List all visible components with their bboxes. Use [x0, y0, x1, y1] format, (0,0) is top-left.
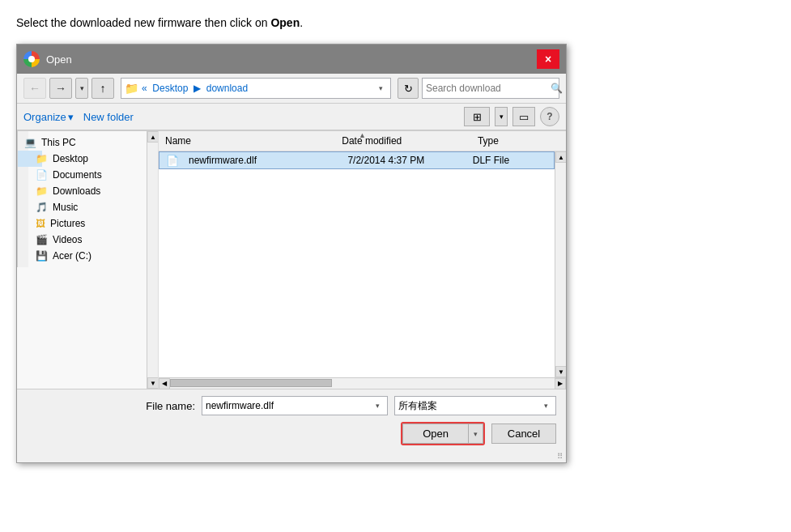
folder-icon: 📄 — [36, 169, 48, 181]
sidebar-item-videos[interactable]: 🎬 Videos — [18, 232, 42, 248]
sidebar-item-acerc[interactable]: 💾 Acer (C:) — [18, 248, 42, 264]
file-list-area: ▲ Name Date modified Type 📄 newfirmware.… — [159, 131, 566, 389]
chrome-icon — [23, 51, 40, 67]
sidebar-scrollbar: 💻 This PC 📁 Desktop 📄 Documents 📁 Downlo… — [17, 131, 28, 267]
dialog-title: Open — [46, 53, 72, 66]
resize-grip: ⠿ — [17, 452, 566, 462]
new-folder-button[interactable]: New folder — [83, 111, 134, 123]
sidebar-item-label: Downloads — [53, 185, 100, 197]
instruction-text: Select the downloaded new firmware then … — [16, 16, 775, 29]
address-bar[interactable]: 📁 « Desktop ▶ download ▾ — [121, 78, 391, 99]
sidebar-item-thispc[interactable]: 💻 This PC — [18, 134, 31, 151]
address-dropdown-arrow[interactable]: ▾ — [374, 79, 387, 98]
filename-input[interactable] — [206, 400, 371, 411]
file-icon: 📄 — [159, 155, 185, 167]
toolbar2-left: Organize ▾ New folder — [23, 111, 134, 123]
folder-icon: 🖼 — [36, 218, 45, 229]
h-scroll-track — [170, 378, 555, 389]
sidebar-item-label: Pictures — [50, 218, 85, 229]
v-scroll-up-arrow[interactable]: ▲ — [555, 151, 566, 163]
col-header-date[interactable]: Date modified — [335, 133, 471, 149]
v-scroll-track — [555, 163, 566, 366]
folder-icon: 📁 — [36, 153, 48, 164]
open-dialog: Open × ← → ▾ ↑ 📁 « Desktop ▶ download ▾ … — [16, 44, 567, 463]
sidebar-item-pictures[interactable]: 🖼 Pictures — [18, 215, 42, 232]
refresh-button[interactable]: ↻ — [398, 78, 419, 99]
h-scroll-right-arrow[interactable]: ▶ — [555, 378, 566, 389]
sidebar-item-label: Documents — [53, 169, 102, 181]
dialog-content: 💻 This PC 📁 Desktop 📄 Documents 📁 Downlo… — [17, 130, 566, 389]
filetype-value: 所有檔案 — [398, 399, 539, 413]
search-box[interactable]: 🔍 — [422, 78, 559, 99]
filetype-wrapper: 所有檔案 ▾ — [394, 396, 556, 415]
col-header-type[interactable]: Type — [471, 133, 566, 149]
drive-icon: 💾 — [36, 250, 48, 262]
search-input[interactable] — [426, 83, 547, 94]
pc-icon: 💻 — [24, 137, 36, 148]
open-dropdown-button[interactable]: ▾ — [468, 423, 483, 444]
sidebar-item-label: Music — [53, 202, 78, 213]
sidebar-item-label: Acer (C:) — [53, 250, 91, 262]
address-folder-icon: 📁 — [125, 82, 138, 95]
file-list-body: 📄 newfirmware.dlf 7/2/2014 4:37 PM DLF F… — [159, 151, 555, 377]
filename-row: File name: ▾ 所有檔案 ▾ — [27, 396, 556, 415]
nav-toolbar: ← → ▾ ↑ 📁 « Desktop ▶ download ▾ ↻ 🔍 — [17, 74, 566, 104]
open-button[interactable]: Open — [402, 423, 468, 444]
search-icon: 🔍 — [551, 83, 563, 94]
toolbar2-right: ⊞ ▾ ▭ ? — [464, 107, 559, 126]
close-button[interactable]: × — [537, 49, 559, 69]
col-header-name[interactable]: Name — [159, 133, 335, 149]
sidebar-list: 💻 This PC 📁 Desktop 📄 Documents 📁 Downlo… — [18, 131, 28, 267]
file-type: DLF File — [466, 155, 554, 166]
folder-icon: 🎵 — [36, 202, 48, 213]
sidebar-item-documents[interactable]: 📄 Documents — [18, 167, 42, 183]
file-list-header: ▲ Name Date modified Type — [159, 131, 566, 151]
sidebar-item-label: Desktop — [53, 153, 88, 164]
table-row[interactable]: 📄 newfirmware.dlf 7/2/2014 4:37 PM DLF F… — [159, 151, 555, 169]
dialog-bottom: File name: ▾ 所有檔案 ▾ Open ▾ Cancel — [17, 389, 566, 452]
sidebar-item-desktop[interactable]: 📁 Desktop — [18, 151, 42, 167]
vertical-scrollbar: ▲ ▼ — [555, 151, 566, 377]
filename-input-wrapper: ▾ — [202, 396, 388, 415]
h-scroll-left-arrow[interactable]: ◀ — [159, 378, 170, 389]
help-button[interactable]: ? — [540, 107, 559, 126]
horizontal-scrollbar: ◀ ▶ — [159, 377, 566, 389]
sidebar-item-label: Videos — [53, 234, 82, 245]
view-dropdown-button[interactable]: ▾ — [495, 107, 508, 126]
address-breadcrumb: « Desktop ▶ download — [142, 83, 371, 94]
open-button-wrapper: Open ▾ — [401, 422, 485, 445]
view-button[interactable]: ⊞ — [464, 107, 490, 126]
sidebar-item-music[interactable]: 🎵 Music — [18, 199, 42, 215]
dialog-titlebar: Open × — [17, 45, 566, 74]
nav-dropdown-button[interactable]: ▾ — [75, 78, 88, 99]
preview-button[interactable]: ▭ — [512, 107, 535, 126]
v-scroll-down-arrow[interactable]: ▼ — [555, 366, 566, 377]
sidebar: 💻 This PC 📁 Desktop 📄 Documents 📁 Downlo… — [17, 131, 159, 389]
filename-label: File name: — [146, 400, 195, 412]
folder-icon: 🎬 — [36, 234, 48, 245]
cancel-button[interactable]: Cancel — [491, 423, 556, 444]
buttons-row: Open ▾ Cancel — [27, 422, 556, 445]
secondary-toolbar: Organize ▾ New folder ⊞ ▾ ▭ ? — [17, 104, 566, 130]
titlebar-left: Open — [23, 51, 72, 67]
sidebar-scroll-up-arrow[interactable]: ▲ — [147, 131, 159, 143]
folder-icon: 📁 — [36, 185, 48, 197]
sidebar-scrollbar-track: ▲ ▼ — [147, 131, 158, 389]
organize-button[interactable]: Organize ▾ — [23, 111, 74, 123]
sidebar-item-downloads[interactable]: 📁 Downloads — [18, 183, 42, 199]
sidebar-item-label: This PC — [41, 137, 76, 148]
forward-button[interactable]: → — [49, 78, 72, 99]
file-name: newfirmware.dlf — [185, 155, 341, 166]
up-button[interactable]: ↑ — [91, 78, 114, 99]
sidebar-scroll-down-arrow[interactable]: ▼ — [147, 377, 159, 389]
scroll-up-indicator: ▲ — [359, 131, 366, 139]
back-button[interactable]: ← — [23, 78, 46, 99]
file-list-content: 📄 newfirmware.dlf 7/2/2014 4:37 PM DLF F… — [159, 151, 566, 377]
file-date: 7/2/2014 4:37 PM — [341, 155, 466, 166]
filename-dropdown-arrow[interactable]: ▾ — [371, 402, 384, 410]
sidebar-scroll-track — [147, 143, 158, 377]
filetype-dropdown-arrow[interactable]: ▾ — [539, 402, 552, 410]
h-scroll-thumb[interactable] — [170, 379, 332, 387]
